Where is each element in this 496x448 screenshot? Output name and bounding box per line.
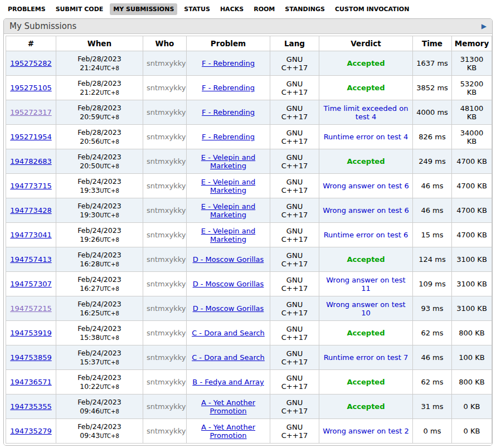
nav-item-room[interactable]: ROOM (250, 3, 278, 15)
submission-id-link[interactable]: 194773428 (10, 206, 51, 215)
submission-id-cell: 195275282 (6, 51, 56, 76)
user-handle-link[interactable]: sntmxykky (147, 304, 186, 313)
timezone-label: UTC+8 (100, 384, 119, 390)
submission-time-used-cell: 249 ms (413, 149, 452, 174)
submission-id-link[interactable]: 195272317 (10, 108, 51, 116)
submission-id-cell: 194757307 (6, 272, 56, 296)
submission-who-cell: sntmxykky (143, 125, 187, 149)
submission-date: Feb/24/2023 (60, 349, 139, 358)
submission-who-cell: sntmxykky (143, 395, 187, 419)
submission-who-cell: sntmxykky (143, 370, 187, 395)
user-handle-link[interactable]: sntmxykky (147, 353, 186, 362)
submission-verdict-cell: Accepted (319, 76, 413, 100)
column-header-lang: Lang (270, 36, 319, 51)
verdict-label: Wrong answer on test 6 (323, 182, 409, 190)
problem-link[interactable]: D - Moscow Gorillas (193, 255, 264, 264)
problem-link[interactable]: F - Rebrending (202, 59, 255, 67)
submission-memory-cell: 48100 KB (452, 100, 492, 125)
nav-item-my-submissions[interactable]: MY SUBMISSIONS (110, 3, 177, 15)
submission-id-link[interactable]: 194753919 (10, 329, 51, 337)
timezone-label: UTC+8 (100, 90, 119, 96)
submission-id-cell: 194753919 (6, 321, 56, 345)
nav-item-custom-invocation[interactable]: CUSTOM INVOCATION (332, 3, 412, 15)
submission-id-link[interactable]: 194782683 (10, 157, 51, 165)
nav-item-problems[interactable]: PROBLEMS (4, 3, 49, 15)
problem-link[interactable]: F - Rebrending (202, 84, 255, 92)
problem-link[interactable]: F - Rebrending (202, 133, 255, 141)
problem-link[interactable]: A - Yet Another Promotion (201, 398, 255, 415)
problem-link[interactable]: F - Rebrending (202, 108, 255, 116)
submission-verdict-cell: Wrong answer on test 11 (319, 272, 413, 296)
submission-id-link[interactable]: 194757413 (10, 255, 51, 264)
submission-verdict-cell: Wrong answer on test 2 (319, 419, 413, 444)
submission-language: GNU C++17 (270, 76, 319, 100)
submission-id-link[interactable]: 195271954 (10, 133, 51, 141)
submission-date: Feb/28/2023 (60, 79, 139, 88)
user-handle-link[interactable]: sntmxykky (147, 329, 186, 337)
verdict-label: Wrong answer on test 10 (326, 300, 405, 317)
user-handle-link[interactable]: sntmxykky (147, 255, 186, 264)
user-handle-link[interactable]: sntmxykky (147, 206, 186, 215)
user-handle-link[interactable]: sntmxykky (147, 231, 186, 239)
problem-link[interactable]: E - Velepin and Marketing (201, 202, 255, 219)
submission-id-link[interactable]: 194773041 (10, 231, 51, 239)
submission-verdict-cell: Wrong answer on test 6 (319, 198, 413, 223)
problem-link[interactable]: E - Velepin and Marketing (201, 227, 255, 244)
submission-problem-cell: F - Rebrending (187, 76, 270, 100)
nav-item-submit-code[interactable]: SUBMIT CODE (52, 3, 107, 15)
user-handle-link[interactable]: sntmxykky (147, 59, 186, 67)
nav-item-hacks[interactable]: HACKS (217, 3, 247, 15)
top-nav: PROBLEMSSUBMIT CODEMY SUBMISSIONSSTATUSH… (0, 0, 496, 18)
submission-time-used-cell: 46 ms (413, 174, 452, 198)
user-handle-link[interactable]: sntmxykky (147, 182, 186, 190)
submission-time: 15:38UTC+8 (60, 333, 139, 342)
submission-time: 20:50UTC+8 (60, 162, 139, 171)
submission-id-link[interactable]: 194773715 (10, 182, 51, 190)
problem-link[interactable]: E - Velepin and Marketing (201, 178, 255, 194)
user-handle-link[interactable]: sntmxykky (147, 133, 186, 141)
submission-id-link[interactable]: 194753859 (10, 353, 51, 362)
problem-link[interactable]: D - Moscow Gorillas (193, 304, 264, 313)
submission-id-cell: 195271954 (6, 125, 56, 149)
submission-id-link[interactable]: 194735279 (10, 427, 51, 435)
submission-language: GNU C++17 (270, 296, 319, 321)
problem-link[interactable]: E - Velepin and Marketing (201, 153, 255, 170)
submission-row: 194757215Feb/24/202316:25UTC+8sntmxykkyD… (6, 296, 492, 321)
user-handle-link[interactable]: sntmxykky (147, 157, 186, 165)
submission-id-link[interactable]: 194757307 (10, 280, 51, 288)
submission-time-used-cell: 4000 ms (413, 100, 452, 125)
submission-time-used-cell: 31 ms (413, 395, 452, 419)
submission-row: 194753919Feb/24/202315:38UTC+8sntmxykkyC… (6, 321, 492, 345)
panel-title: My Submissions (9, 21, 76, 31)
nav-item-standings[interactable]: STANDINGS (281, 3, 328, 15)
timezone-label: UTC+8 (100, 335, 119, 341)
submission-who-cell: sntmxykky (143, 198, 187, 223)
expand-arrow-icon[interactable]: ▶ (482, 22, 487, 30)
submission-id-link[interactable]: 194736571 (10, 378, 51, 386)
nav-item-status[interactable]: STATUS (181, 3, 213, 15)
submission-time: 20:56UTC+8 (60, 137, 139, 146)
user-handle-link[interactable]: sntmxykky (147, 108, 186, 116)
submission-memory-cell: 34000 KB (452, 125, 492, 149)
user-handle-link[interactable]: sntmxykky (147, 84, 186, 92)
submission-id-link[interactable]: 194757215 (10, 304, 51, 313)
submission-when-cell: Feb/24/202320:50UTC+8 (56, 149, 143, 174)
user-handle-link[interactable]: sntmxykky (147, 427, 186, 435)
submission-problem-cell: B - Fedya and Array (187, 370, 270, 395)
user-handle-link[interactable]: sntmxykky (147, 402, 186, 411)
problem-link[interactable]: C - Dora and Search (192, 353, 265, 362)
submission-verdict-cell: Runtime error on test 7 (319, 345, 413, 370)
user-handle-link[interactable]: sntmxykky (147, 280, 186, 288)
submission-date: Feb/28/2023 (60, 55, 139, 64)
problem-link[interactable]: C - Dora and Search (192, 329, 265, 337)
submission-date: Feb/24/2023 (60, 275, 139, 284)
problem-link[interactable]: D - Moscow Gorillas (193, 280, 264, 288)
problem-link[interactable]: A - Yet Another Promotion (201, 423, 255, 440)
submission-memory-cell: 3100 KB (452, 272, 492, 296)
problem-link[interactable]: B - Fedya and Array (192, 378, 264, 386)
submission-id-link[interactable]: 194735355 (10, 402, 51, 411)
submission-id-link[interactable]: 195275282 (10, 59, 51, 67)
user-handle-link[interactable]: sntmxykky (147, 378, 186, 386)
submission-id-link[interactable]: 195275105 (10, 84, 51, 92)
submission-memory-cell: 53200 KB (452, 76, 492, 100)
